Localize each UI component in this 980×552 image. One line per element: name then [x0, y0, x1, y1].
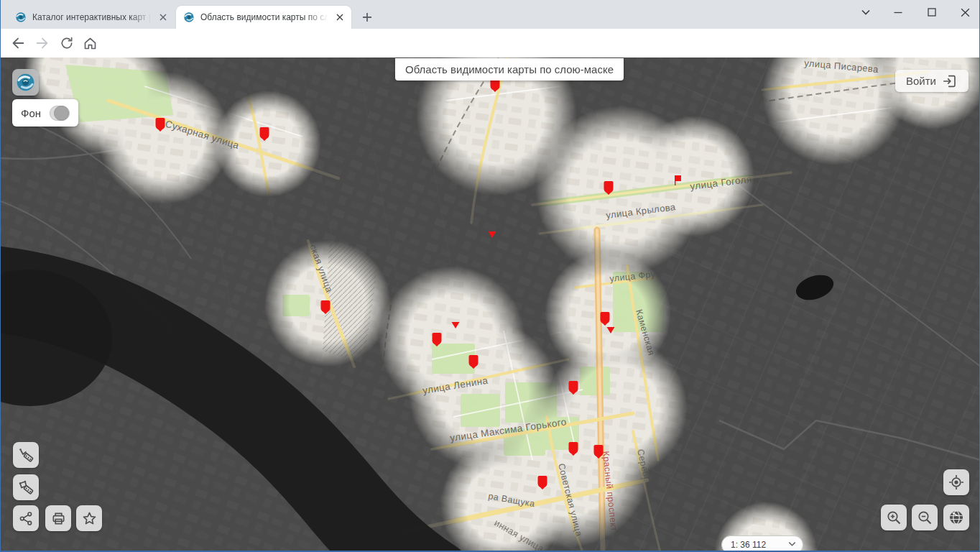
map-canvas[interactable]: Сухарная улицаулица Писареваулица Гоголя… [1, 58, 980, 552]
share-icon [18, 510, 34, 527]
measure-distance-button[interactable] [13, 442, 39, 468]
browser-window: Каталог интерактивных карт | С Область в… [0, 0, 980, 552]
globe-favicon [15, 12, 27, 23]
zoom-in-icon [885, 509, 902, 526]
star-icon [81, 510, 98, 527]
measure-distance-icon [17, 446, 34, 464]
login-icon [942, 73, 958, 89]
login-label: Войти [906, 75, 936, 87]
forward-button[interactable] [32, 33, 52, 53]
browser-toolbar: cogis3.dataeast.com/portal/features/mask… [1, 29, 979, 58]
chevron-down-icon [861, 7, 871, 17]
close-icon [960, 7, 971, 18]
measure-area-button[interactable] [13, 474, 39, 500]
maximize-icon [927, 7, 937, 17]
map-revealed-layer: Сухарная улицаулица Писареваулица Гоголя… [1, 58, 980, 552]
share-button[interactable] [13, 505, 39, 531]
reload-icon [60, 36, 74, 50]
plus-icon [362, 12, 372, 22]
minimize-icon [893, 7, 903, 17]
tab-strip: Каталог интерактивных карт | С Область в… [1, 0, 979, 29]
reload-button[interactable] [57, 33, 77, 53]
back-icon [10, 35, 26, 51]
tab-catalog[interactable]: Каталог интерактивных карт | С [8, 6, 175, 29]
world-globe-icon [948, 509, 965, 526]
new-tab-button[interactable] [359, 9, 376, 26]
minimize-button[interactable] [882, 0, 915, 24]
background-toggle-switch[interactable] [50, 106, 70, 121]
map-title-banner: Область видимости карты по слою-маске [395, 58, 624, 80]
background-toggle-label: Фон [21, 107, 41, 119]
zoom-out-button[interactable] [912, 505, 938, 530]
tab-title: Область видимости карты по сл [200, 12, 328, 22]
tab-masklayer[interactable]: Область видимости карты по сл [176, 6, 351, 29]
map-image: Сухарная улицаулица Писареваулица Гоголя… [1, 58, 980, 552]
home-button[interactable] [80, 33, 100, 53]
back-button[interactable] [8, 33, 28, 53]
maximize-button[interactable] [915, 0, 948, 24]
tab-title: Каталог интерактивных карт | С [32, 12, 152, 22]
close-window-button[interactable] [948, 0, 980, 24]
print-icon [50, 510, 67, 527]
cogis-globe-icon [16, 73, 35, 92]
favorites-button[interactable] [76, 505, 102, 531]
login-button[interactable]: Войти [895, 70, 969, 92]
geolocate-button[interactable] [943, 469, 969, 495]
measure-area-icon [17, 479, 34, 496]
background-panel: Фон [12, 99, 78, 126]
print-button[interactable] [45, 505, 71, 531]
geolocate-icon [948, 474, 965, 491]
zoom-in-button[interactable] [881, 505, 907, 530]
full-extent-button[interactable] [943, 505, 969, 530]
scale-value: 1: 36 112 [731, 540, 766, 550]
globe-favicon [183, 12, 195, 23]
tab-close-icon[interactable] [157, 12, 169, 23]
tab-search-button[interactable] [849, 0, 882, 24]
forward-icon [34, 35, 50, 51]
app-logo-button[interactable] [12, 69, 39, 96]
chevron-down-icon [787, 539, 797, 551]
scale-select[interactable]: 1: 36 112 [721, 535, 803, 552]
zoom-out-icon [916, 509, 933, 526]
toggle-knob [54, 106, 69, 121]
tab-close-icon[interactable] [334, 12, 346, 23]
home-icon [83, 36, 98, 51]
